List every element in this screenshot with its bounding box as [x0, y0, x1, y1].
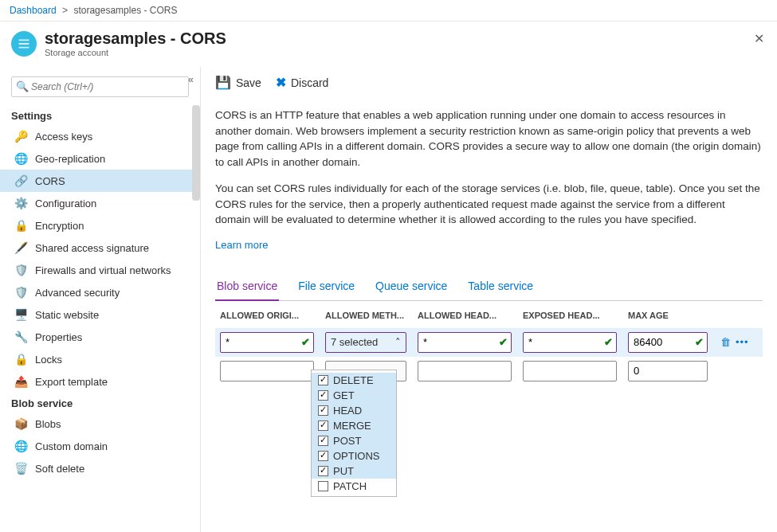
breadcrumb-sep: > — [62, 5, 68, 16]
checkbox-icon[interactable] — [318, 405, 328, 416]
method-option-post[interactable]: POST — [312, 433, 396, 448]
sidebar-item-configuration[interactable]: ⚙️Configuration — [0, 192, 200, 214]
save-button-label: Save — [236, 76, 261, 89]
search-icon: 🔍 — [16, 80, 29, 92]
sidebar-item-blobs[interactable]: 📦Blobs — [0, 413, 200, 435]
allowed-origins-input[interactable] — [220, 332, 314, 353]
breadcrumb-root[interactable]: Dashboard — [10, 5, 57, 16]
sidebar-item-label: Advanced security — [35, 287, 120, 299]
delete-rule-icon[interactable]: 🗑 — [720, 336, 731, 348]
allowed-methods-menu[interactable]: DELETE GET HEAD MERGE POST OPTIONS PUT P… — [311, 370, 397, 497]
sidebar: « 🔍 Settings 🔑Access keys 🌐Geo-replicati… — [0, 67, 201, 532]
sidebar-item-firewalls[interactable]: 🛡️Firewalls and virtual networks — [0, 259, 200, 281]
tab-file-service[interactable]: File service — [296, 273, 356, 300]
sidebar-item-label: Firewalls and virtual networks — [35, 264, 171, 276]
page-title: storagesamples - CORS — [45, 29, 226, 48]
sidebar-item-cors[interactable]: 🔗CORS — [0, 170, 200, 192]
col-allowed-origins: ALLOWED ORIGI... — [220, 311, 314, 320]
tab-blob-service[interactable]: Blob service — [215, 273, 279, 300]
checkbox-icon[interactable] — [318, 451, 328, 461]
method-option-options[interactable]: OPTIONS — [312, 448, 396, 464]
method-option-get[interactable]: GET — [312, 388, 396, 403]
method-option-put[interactable]: PUT — [312, 464, 396, 479]
breadcrumb: Dashboard > storagesamples - CORS — [0, 0, 777, 22]
more-actions-icon[interactable]: ••• — [736, 336, 749, 348]
sidebar-item-label: Properties — [35, 331, 82, 343]
valid-check-icon: ✔ — [301, 336, 310, 348]
sidebar-item-label: Access keys — [35, 131, 92, 143]
sidebar-item-label: Shared access signature — [35, 242, 149, 254]
sidebar-item-geo-replication[interactable]: 🌐Geo-replication — [0, 147, 200, 170]
allowed-methods-dropdown[interactable]: 7 selected ˄ — [325, 332, 406, 353]
checkbox-icon[interactable] — [318, 375, 328, 385]
learn-more-link[interactable]: Learn more — [215, 239, 268, 251]
sidebar-item-advanced-security[interactable]: 🛡️Advanced security — [0, 281, 200, 303]
sidebar-item-export-template[interactable]: 📤Export template — [0, 370, 200, 393]
sidebar-scrollbar[interactable] — [192, 105, 200, 201]
method-label: HEAD — [333, 405, 362, 417]
key-icon: 🔑 — [14, 130, 27, 143]
method-label: PATCH — [333, 480, 367, 492]
sidebar-item-sas[interactable]: 🖋️Shared access signature — [0, 237, 200, 259]
allowed-methods-selected: 7 selected — [331, 336, 378, 348]
valid-check-icon: ✔ — [499, 336, 508, 348]
sidebar-item-custom-domain[interactable]: 🌐Custom domain — [0, 435, 200, 457]
checkbox-icon[interactable] — [318, 436, 328, 446]
sidebar-item-label: Configuration — [35, 198, 96, 209]
allowed-headers-input[interactable] — [418, 361, 512, 381]
service-tabs: Blob service File service Queue service … — [215, 273, 763, 301]
allowed-headers-input[interactable] — [418, 332, 512, 353]
shield-icon: 🛡️ — [14, 286, 27, 299]
checkbox-icon[interactable] — [318, 421, 328, 431]
sidebar-group-blob: Blob service — [0, 393, 200, 413]
method-label: MERGE — [333, 420, 371, 432]
method-option-patch[interactable]: PATCH — [312, 479, 396, 494]
soft-delete-icon: 🗑️ — [14, 462, 27, 475]
sidebar-item-access-keys[interactable]: 🔑Access keys — [0, 125, 200, 147]
close-icon[interactable]: ✕ — [754, 31, 764, 46]
sidebar-item-static-website[interactable]: 🖥️Static website — [0, 303, 200, 326]
sidebar-item-encryption[interactable]: 🔒Encryption — [0, 214, 200, 237]
sidebar-item-label: Export template — [35, 376, 108, 388]
method-label: POST — [333, 435, 361, 447]
search-input[interactable] — [11, 76, 189, 97]
method-option-merge[interactable]: MERGE — [312, 418, 396, 433]
discard-button[interactable]: ✖ Discard — [276, 75, 328, 90]
save-icon: 💾 — [215, 75, 231, 90]
max-age-input[interactable] — [628, 361, 708, 381]
cors-rule-row: ✔ 7 selected ˄ ✔ ✔ ✔ 🗑 ••• — [215, 328, 763, 357]
tab-table-service[interactable]: Table service — [466, 273, 535, 300]
domain-icon: 🌐 — [14, 440, 27, 452]
sidebar-item-label: Locks — [35, 354, 62, 366]
col-max-age: MAX AGE — [628, 311, 708, 320]
blobs-icon: 📦 — [14, 417, 27, 430]
cors-icon: 🔗 — [14, 174, 27, 187]
checkbox-icon[interactable] — [318, 481, 328, 491]
sidebar-item-soft-delete[interactable]: 🗑️Soft delete — [0, 457, 200, 479]
method-option-head[interactable]: HEAD — [312, 403, 396, 418]
description-2: You can set CORS rules individually for … — [215, 181, 763, 228]
discard-icon: ✖ — [276, 75, 286, 90]
exposed-headers-input[interactable] — [523, 332, 617, 353]
sidebar-item-label: Custom domain — [35, 440, 108, 452]
allowed-origins-input[interactable] — [220, 361, 314, 381]
sidebar-item-properties[interactable]: 🔧Properties — [0, 326, 200, 348]
globe-icon: 🌐 — [14, 152, 27, 165]
page-header: storagesamples - CORS Storage account ✕ — [0, 22, 777, 67]
sidebar-item-label: Encryption — [35, 220, 84, 232]
method-option-delete[interactable]: DELETE — [312, 373, 396, 388]
sidebar-item-locks[interactable]: 🔒Locks — [0, 348, 200, 370]
method-label: PUT — [333, 465, 354, 477]
exposed-headers-input[interactable] — [523, 361, 617, 381]
col-allowed-methods: ALLOWED METH... — [325, 311, 406, 320]
checkbox-icon[interactable] — [318, 466, 328, 476]
sidebar-item-label: CORS — [35, 175, 65, 187]
main-content: 💾 Save ✖ Discard CORS is an HTTP feature… — [201, 67, 777, 532]
save-button[interactable]: 💾 Save — [215, 75, 261, 90]
signature-icon: 🖋️ — [14, 241, 27, 254]
checkbox-icon[interactable] — [318, 390, 328, 401]
valid-check-icon: ✔ — [695, 336, 704, 348]
tab-queue-service[interactable]: Queue service — [374, 273, 449, 300]
toolbar: 💾 Save ✖ Discard — [215, 67, 763, 98]
storage-account-icon — [11, 31, 37, 57]
